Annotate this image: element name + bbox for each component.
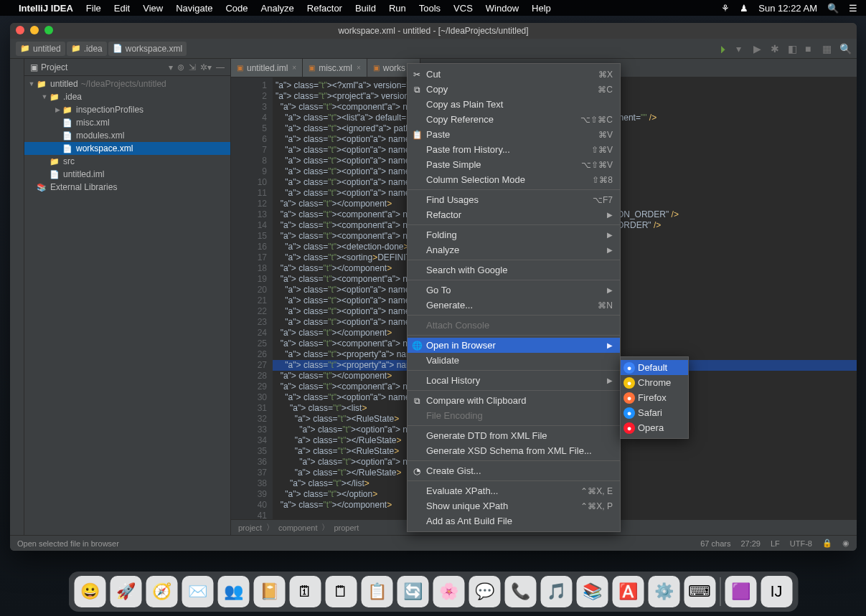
dock-app[interactable]: 🚀 — [110, 576, 141, 607]
dock-app[interactable]: 📞 — [504, 576, 536, 607]
close-button[interactable] — [16, 26, 24, 34]
context-menu-item[interactable]: Evaluate XPath...⌃⌘X, E — [408, 483, 620, 498]
dock-app[interactable]: 📋 — [361, 576, 392, 607]
context-menu-item[interactable]: Go To▶ — [408, 283, 620, 298]
app-menu[interactable]: IntelliJ IDEA — [19, 3, 73, 14]
menu-run[interactable]: Run — [389, 3, 406, 14]
dock-app[interactable]: 😀 — [74, 576, 105, 607]
dropdown-icon[interactable]: ▾ — [169, 62, 173, 72]
hide-icon[interactable]: — — [216, 62, 225, 72]
context-menu-item[interactable]: Column Selection Mode⇧⌘8 — [408, 172, 620, 187]
context-menu-item[interactable]: Analyze▶ — [408, 242, 620, 257]
menu-refactor[interactable]: Refactor — [307, 3, 342, 14]
menu-vcs[interactable]: VCS — [453, 3, 473, 14]
browser-option[interactable]: ●Default — [621, 360, 688, 375]
context-menu-item[interactable]: 🌐Open in Browser▶ — [408, 338, 620, 353]
tree-item[interactable]: ▼📁.idea — [24, 90, 230, 103]
dock-app[interactable]: 🅰️ — [612, 576, 644, 607]
macos-dock[interactable]: 😀🚀🧭✉️👥📔🗓🗒📋🔄🌸💬📞🎵📚🅰️⚙️⌨🟪IJ — [68, 572, 798, 612]
context-menu-item[interactable]: ◔Create Gist... — [408, 463, 620, 478]
tree-item[interactable]: ▶📁inspectionProfiles — [24, 103, 230, 116]
context-menu-item[interactable]: ⧉Copy⌘C — [408, 82, 620, 97]
menu-view[interactable]: View — [143, 3, 163, 14]
status-encoding[interactable]: UTF-8 — [790, 539, 812, 548]
context-menu-item[interactable]: Search with Google — [408, 262, 620, 278]
menubar-clock[interactable]: Sun 12:22 AM — [758, 3, 817, 14]
search-icon[interactable]: 🔍 — [839, 43, 851, 55]
dock-app[interactable]: 🌸 — [433, 576, 464, 607]
dock-app[interactable]: 🔄 — [397, 576, 428, 607]
context-menu-item[interactable]: Folding▶ — [408, 227, 620, 242]
menu-help[interactable]: Help — [532, 3, 551, 14]
spotlight-icon[interactable]: 🔍 — [827, 3, 839, 14]
inspector-icon[interactable]: ◉ — [842, 539, 849, 548]
context-menu-item[interactable]: Validate — [408, 353, 620, 368]
context-menu-item[interactable]: Generate DTD from XML File — [408, 428, 620, 443]
dock-app[interactable]: 🧭 — [146, 576, 177, 607]
dock-app[interactable]: ✉️ — [182, 576, 213, 607]
gear-icon[interactable]: ✲▾ — [200, 62, 212, 72]
menu-analyze[interactable]: Analyze — [261, 3, 294, 14]
menubar-extra-icon[interactable]: ⚘ — [721, 3, 730, 14]
dock-app[interactable]: ⌨ — [684, 576, 715, 607]
tree-item[interactable]: ▼📁untitled~/IdeaProjects/untitled — [24, 77, 230, 90]
dock-app[interactable]: 💬 — [469, 576, 500, 607]
editor-tab[interactable]: ▣misc.xml× — [303, 59, 367, 77]
dock-app[interactable]: 📔 — [253, 576, 285, 607]
dock-app[interactable]: IJ — [761, 576, 792, 607]
context-menu-item[interactable]: Paste Simple⌥⇧⌘V — [408, 157, 620, 172]
menubar-extra-icon[interactable]: ♟ — [740, 3, 748, 14]
tree-item[interactable]: 📚External Libraries — [24, 181, 230, 194]
editor-context-menu[interactable]: ✂Cut⌘X⧉Copy⌘CCopy as Plain TextCopy Refe… — [407, 63, 621, 532]
menu-window[interactable]: Window — [486, 3, 519, 14]
context-menu-item[interactable]: Find Usages⌥F7 — [408, 192, 620, 207]
dock-app[interactable]: 🗒 — [325, 576, 357, 607]
editor-tab[interactable]: ▣untitled.iml× — [231, 59, 303, 77]
maximize-button[interactable] — [44, 26, 53, 34]
context-menu-item[interactable]: Refactor▶ — [408, 207, 620, 222]
locate-icon[interactable]: ⊚ — [177, 62, 184, 72]
close-tab-icon[interactable]: × — [292, 64, 296, 72]
context-menu-item[interactable]: ✂Cut⌘X — [408, 67, 620, 82]
breadcrumb-item[interactable]: project — [238, 523, 262, 532]
project-tree[interactable]: ▼📁untitled~/IdeaProjects/untitled▼📁.idea… — [24, 76, 230, 535]
menu-tools[interactable]: Tools — [419, 3, 441, 14]
tree-item[interactable]: 📁src — [24, 155, 230, 168]
context-menu-item[interactable]: ⧉Compare with Clipboard — [408, 393, 620, 408]
context-menu-item[interactable]: Generate XSD Schema from XML File... — [408, 443, 620, 458]
dock-app[interactable]: 🗓 — [289, 576, 321, 607]
lock-icon[interactable]: 🔒 — [822, 539, 832, 548]
control-center-icon[interactable]: ☰ — [849, 3, 857, 14]
menu-build[interactable]: Build — [355, 3, 376, 14]
tree-item[interactable]: 📄modules.xml — [24, 129, 230, 142]
dock-app[interactable]: 👥 — [217, 576, 249, 607]
menu-code[interactable]: Code — [225, 3, 248, 14]
coverage-icon[interactable]: ◧ — [788, 43, 799, 55]
open-in-browser-submenu[interactable]: ●Default●Chrome●Firefox●Safari●Opera — [620, 356, 689, 439]
build-icon[interactable]: ⏵ — [719, 43, 730, 55]
browser-option[interactable]: ●Chrome — [621, 375, 688, 390]
menu-file[interactable]: File — [86, 3, 101, 14]
status-line-sep[interactable]: LF — [771, 539, 780, 548]
minimize-button[interactable] — [30, 26, 39, 34]
context-menu-item[interactable]: Generate...⌘N — [408, 298, 620, 313]
debug-icon[interactable]: ✱ — [771, 43, 782, 55]
close-tab-icon[interactable]: × — [357, 64, 361, 72]
run-dropdown-icon[interactable]: ▾ — [736, 43, 748, 55]
left-stripe[interactable] — [10, 59, 24, 535]
tree-item[interactable]: 📄workspace.xml — [24, 142, 230, 155]
nav-crumb[interactable]: 📄workspace.xml — [108, 42, 187, 56]
dock-app[interactable]: 🟪 — [725, 576, 756, 607]
run-icon[interactable]: ▶ — [753, 43, 765, 55]
nav-crumb[interactable]: 📁.idea — [67, 42, 107, 56]
menu-edit[interactable]: Edit — [114, 3, 130, 14]
context-menu-item[interactable]: Copy as Plain Text — [408, 97, 620, 112]
context-menu-item[interactable]: Copy Reference⌥⇧⌘C — [408, 112, 620, 127]
context-menu-item[interactable]: 📋Paste⌘V — [408, 127, 620, 142]
dock-app[interactable]: 🎵 — [540, 576, 572, 607]
stop-icon[interactable]: ■ — [805, 43, 816, 55]
tree-item[interactable]: 📄misc.xml — [24, 116, 230, 129]
context-menu-item[interactable]: Show unique XPath⌃⌘X, P — [408, 498, 620, 513]
breadcrumb-item[interactable]: propert — [334, 523, 359, 532]
collapse-icon[interactable]: ⇲ — [189, 62, 196, 72]
